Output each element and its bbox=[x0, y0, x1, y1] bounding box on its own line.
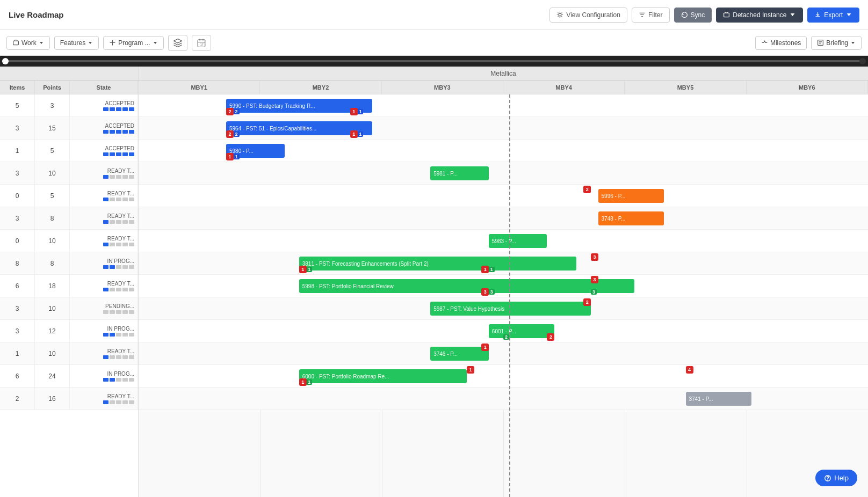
state-dot bbox=[110, 107, 115, 111]
state-label: PENDING... bbox=[105, 303, 134, 309]
cell-items: 0 bbox=[0, 230, 35, 252]
left-panel: 53ACCEPTED315ACCEPTED15ACCEPTED310READY … bbox=[0, 94, 139, 497]
svg-point-7 bbox=[828, 480, 828, 480]
table-row: 310PENDING... bbox=[0, 297, 138, 320]
badge: 2 bbox=[547, 333, 554, 341]
cell-points: 5 bbox=[35, 140, 70, 162]
milestone-headers: MBY1MBY2MBY3MBY4MBY5MBY6 bbox=[139, 81, 868, 94]
gantt-bar[interactable]: 6001 - P... bbox=[489, 324, 554, 338]
badge: 2 bbox=[583, 186, 591, 193]
3d-view-button[interactable] bbox=[168, 35, 187, 51]
cell-items: 3 bbox=[0, 297, 35, 319]
state-dot bbox=[103, 130, 108, 134]
cell-state: IN PROG... bbox=[70, 252, 138, 274]
state-dot bbox=[122, 333, 128, 337]
badge: 2 bbox=[226, 130, 234, 138]
gantt-bar[interactable]: 3741 - P... bbox=[686, 392, 751, 406]
state-dot bbox=[103, 243, 108, 246]
cell-items: 3 bbox=[0, 162, 35, 184]
gantt-bar[interactable]: 3748 - P... bbox=[598, 211, 664, 225]
cell-state: READY T... bbox=[70, 275, 138, 297]
cell-points: 3 bbox=[35, 94, 70, 116]
badge: 3 bbox=[481, 288, 489, 296]
timeline-slider[interactable] bbox=[0, 56, 868, 67]
gantt-bar[interactable]: 3811 - PST: Forecasting Enhancements (Sp… bbox=[299, 257, 576, 271]
state-dots bbox=[103, 243, 134, 246]
state-dot bbox=[122, 152, 128, 156]
header-actions: View Configuration Filter Sync Detached … bbox=[549, 8, 859, 23]
badge: 1 bbox=[350, 108, 358, 115]
detached-instance-button[interactable]: Detached Instance bbox=[716, 8, 803, 23]
cell-state: READY T... bbox=[70, 230, 138, 252]
gantt-bar[interactable]: 5983 - P... bbox=[489, 234, 547, 248]
state-dots bbox=[103, 175, 134, 179]
state-label: IN PROG... bbox=[107, 326, 134, 332]
state-dots bbox=[103, 220, 134, 224]
state-dot bbox=[103, 175, 108, 179]
help-button[interactable]: Help bbox=[815, 470, 857, 486]
state-label: ACCEPTED bbox=[105, 145, 134, 151]
bar-sublabel: 1 bbox=[306, 379, 312, 385]
export-button[interactable]: Export bbox=[807, 8, 859, 23]
cell-items: 1 bbox=[0, 342, 35, 364]
bar-sublabel: 2 bbox=[234, 131, 240, 137]
page-title: Live Roadmap bbox=[9, 10, 64, 19]
gantt-row: 3748 - P... bbox=[139, 207, 868, 230]
state-dot bbox=[122, 310, 128, 314]
gantt-bar[interactable]: 5998 - PST: Portfolio Financial Review bbox=[299, 279, 635, 293]
slider-thumb-left[interactable] bbox=[2, 58, 9, 64]
state-dot bbox=[116, 130, 121, 134]
table-row: 010READY T... bbox=[0, 230, 138, 252]
filter-button[interactable]: Filter bbox=[632, 8, 670, 23]
svg-rect-2 bbox=[13, 41, 19, 45]
cell-state: READY T... bbox=[70, 185, 138, 207]
svg-rect-1 bbox=[724, 13, 729, 17]
gantt-bar[interactable]: 5987 - PST: Value Hypothesis bbox=[430, 302, 591, 316]
state-dot bbox=[129, 198, 134, 201]
work-dropdown[interactable]: Work bbox=[6, 36, 50, 50]
program-dropdown[interactable]: Program ... bbox=[103, 36, 163, 50]
briefing-button[interactable]: Briefing bbox=[811, 36, 862, 50]
state-dot bbox=[103, 333, 108, 337]
gantt-bar[interactable]: 6000 - PST: Portfolio Roadmap Re... bbox=[299, 369, 467, 383]
points-col-header: Points bbox=[35, 81, 70, 94]
state-dots bbox=[103, 265, 134, 269]
sync-button[interactable]: Sync bbox=[674, 8, 712, 23]
milestones-button[interactable]: Milestones bbox=[755, 36, 807, 50]
state-label: ACCEPTED bbox=[105, 123, 134, 129]
state-dots bbox=[103, 107, 134, 111]
state-label: READY T... bbox=[107, 393, 134, 399]
slider-thumb-right[interactable] bbox=[859, 58, 866, 64]
calendar-button[interactable]: 17 bbox=[192, 35, 211, 51]
state-dot bbox=[103, 198, 108, 201]
gantt-bar[interactable]: 3746 - P... bbox=[430, 347, 489, 361]
state-label: READY T... bbox=[107, 236, 134, 242]
state-dot bbox=[103, 152, 108, 156]
state-dot bbox=[129, 400, 134, 404]
milestone-header-mby4: MBY4 bbox=[503, 81, 625, 94]
state-dot bbox=[110, 378, 115, 382]
table-row: 05READY T... bbox=[0, 185, 138, 207]
state-dot bbox=[122, 175, 128, 179]
cell-items: 3 bbox=[0, 207, 35, 229]
gantt-bar[interactable]: 5996 - P... bbox=[598, 189, 664, 203]
view-configuration-button[interactable]: View Configuration bbox=[549, 8, 627, 23]
gantt-row: 5983 - P... bbox=[139, 230, 868, 252]
state-dot bbox=[110, 220, 115, 224]
state-dot bbox=[103, 378, 108, 382]
state-dot bbox=[110, 152, 115, 156]
state-dot bbox=[116, 243, 121, 246]
features-dropdown[interactable]: Features bbox=[54, 36, 99, 50]
state-dots bbox=[103, 130, 134, 134]
state-dots bbox=[103, 400, 134, 404]
gantt-bar[interactable]: 5981 - P... bbox=[430, 166, 489, 180]
state-dots bbox=[103, 310, 134, 314]
bar-sublabel: 1 bbox=[306, 267, 312, 272]
state-dots bbox=[103, 152, 134, 156]
cell-points: 10 bbox=[35, 230, 70, 252]
gantt-row: 6001 - P...22 bbox=[139, 320, 868, 342]
cell-state: READY T... bbox=[70, 342, 138, 364]
state-dot bbox=[116, 400, 121, 404]
left-data-rows: 53ACCEPTED315ACCEPTED15ACCEPTED310READY … bbox=[0, 94, 138, 497]
group-header-row: Metallica bbox=[0, 67, 868, 81]
